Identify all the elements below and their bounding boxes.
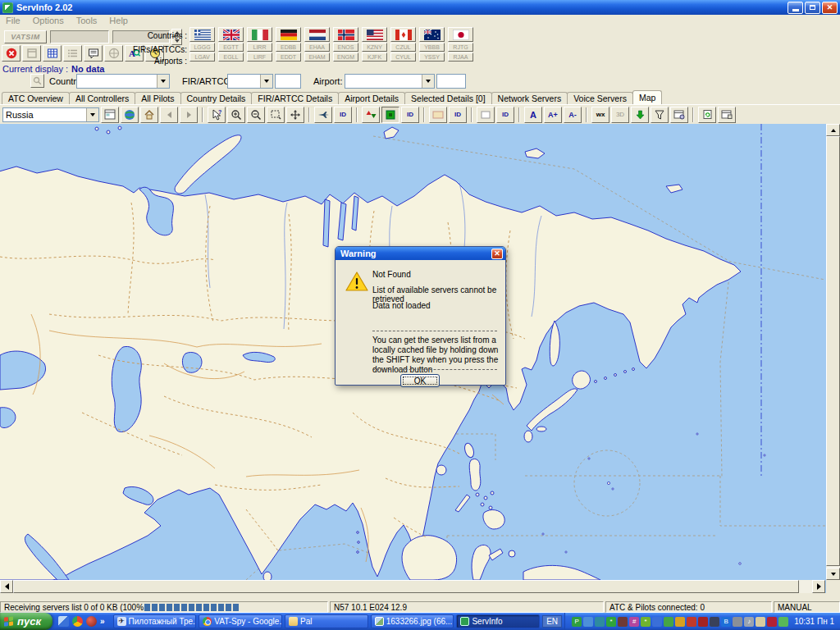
taskbar-button-chrome[interactable]: VAT-Spy - Google...	[199, 614, 282, 628]
download-button[interactable]	[631, 107, 649, 123]
font-increase-button[interactable]: A+	[544, 107, 562, 123]
threed-button[interactable]: 3D	[611, 107, 629, 123]
airport-shortcut-button[interactable]: KJFK	[362, 52, 387, 62]
flag-button-uk[interactable]	[218, 27, 244, 42]
pointer-info-button[interactable]: ?	[208, 107, 226, 123]
dialog-close-button[interactable]: ✕	[491, 249, 503, 259]
pilots-id-button[interactable]: ID	[334, 107, 352, 123]
menu-item-file[interactable]: File	[6, 16, 21, 25]
taskbar-clock[interactable]: 10:31 Пн 1	[794, 617, 834, 626]
tray-icon-2[interactable]	[583, 617, 593, 627]
title-bar[interactable]: ServInfo 2.02 ✕	[0, 0, 840, 15]
fir-select[interactable]	[227, 74, 273, 89]
tray-icon-10[interactable]	[675, 617, 685, 627]
scroll-up-button[interactable]	[826, 124, 840, 136]
tray-icon-13[interactable]	[710, 617, 719, 627]
home-view-button[interactable]	[140, 107, 158, 123]
airport-shortcut-button[interactable]: RJAA	[448, 52, 473, 62]
zoom-out-button[interactable]	[247, 107, 265, 123]
tray-icon-9[interactable]	[664, 617, 673, 627]
tab-country-details[interactable]: Country Details	[180, 92, 253, 104]
reload-button[interactable]	[698, 107, 716, 123]
pilots-climb-descend-button[interactable]	[362, 107, 380, 123]
flag-button-italy[interactable]	[247, 27, 272, 42]
airport-shortcut-button[interactable]: LGAV	[189, 52, 215, 62]
map-vertical-scrollbar[interactable]	[826, 124, 840, 580]
airport-select[interactable]	[345, 74, 435, 89]
tray-icon-17[interactable]	[756, 617, 765, 627]
fir-shortcut-button[interactable]: LIRR	[247, 43, 272, 52]
tab-airport-details[interactable]: Airport Details	[338, 92, 405, 104]
tray-icon-4[interactable]: *	[606, 617, 616, 627]
scroll-down-button[interactable]	[826, 568, 840, 580]
font-button[interactable]: A	[524, 107, 542, 123]
flag-button-japan[interactable]	[448, 27, 473, 42]
tray-icon-3[interactable]	[595, 617, 605, 627]
table-view-button[interactable]	[43, 45, 62, 62]
close-button[interactable]: ✕	[822, 2, 838, 14]
tab-all-pilots[interactable]: All Pilots	[135, 92, 180, 104]
font-decrease-button[interactable]: A-	[564, 107, 582, 123]
airport-shortcut-button[interactable]: LIRF	[247, 52, 272, 62]
comment-button[interactable]	[84, 45, 103, 62]
tab-network-servers[interactable]: Network Servers	[491, 92, 568, 104]
tray-icon-16[interactable]: ♪	[744, 617, 754, 627]
fir-shortcut-button[interactable]: EGTT	[218, 43, 244, 52]
locate-button[interactable]	[30, 74, 44, 88]
filter-button[interactable]	[651, 107, 669, 123]
airport-code-input[interactable]	[436, 74, 466, 89]
menu-item-options[interactable]: Options	[33, 16, 64, 25]
country-select[interactable]	[76, 74, 170, 89]
fir-shortcut-button[interactable]: EHAA	[304, 43, 330, 52]
flag-button-usa[interactable]	[362, 27, 387, 42]
airport-shortcut-button[interactable]: CYUL	[390, 52, 416, 62]
taskbar-button-airplane[interactable]: ✈Пилотажный Тре...	[113, 614, 197, 628]
show-atc-button[interactable]	[381, 107, 399, 123]
tray-icon-12[interactable]	[698, 617, 708, 627]
network-field-1[interactable]	[50, 30, 109, 43]
quick-launch-overflow-chevron[interactable]: »	[100, 617, 105, 626]
flag-button-australia[interactable]	[419, 27, 445, 42]
card-view-button[interactable]	[22, 45, 41, 62]
fir-shortcut-button[interactable]: ENOS	[333, 43, 358, 52]
scroll-right-button[interactable]	[812, 580, 825, 593]
tray-icon-7[interactable]: *	[641, 617, 651, 627]
map-settings-button[interactable]	[670, 107, 688, 123]
globe-button[interactable]	[121, 107, 139, 123]
map-view-options-button[interactable]	[101, 107, 119, 123]
tray-icon-1[interactable]: P	[572, 617, 582, 627]
restore-button[interactable]	[805, 2, 820, 14]
flag-button-germany[interactable]	[276, 27, 301, 42]
airport-shortcut-button[interactable]: EGLL	[218, 52, 244, 62]
flag-button-canada[interactable]	[390, 27, 416, 42]
language-indicator[interactable]: EN	[542, 615, 562, 628]
tray-icon-18[interactable]	[767, 617, 777, 627]
pan-button[interactable]	[286, 107, 304, 123]
globe-small-button[interactable]	[104, 45, 123, 62]
zoom-area-button[interactable]	[267, 107, 285, 123]
vertical-scroll-thumb[interactable]	[826, 136, 840, 566]
fir-shortcut-button[interactable]: CZUL	[390, 43, 416, 52]
dialog-title-bar[interactable]: Warning ✕	[336, 247, 505, 260]
flag-button-norway[interactable]	[333, 27, 358, 42]
tray-icon-15[interactable]	[733, 617, 742, 627]
browser-icon[interactable]	[72, 616, 83, 627]
tab-fir-artcc-details[interactable]: FIR/ARTCC Details	[251, 92, 339, 104]
tab-voice-servers[interactable]: Voice Servers	[567, 92, 633, 104]
vatsim-logo-button[interactable]: VATSIM	[4, 30, 47, 43]
show-pilots-button[interactable]	[314, 107, 332, 123]
fir-shortcut-button[interactable]: LGGG	[189, 43, 215, 52]
airport-shortcut-button[interactable]: EDDT	[276, 52, 301, 62]
start-button[interactable]: пуск	[0, 613, 52, 630]
weather-button[interactable]: wx	[591, 107, 609, 123]
tab-selected-details-0-[interactable]: Selected Details [0]	[404, 92, 491, 104]
flag-button-greece[interactable]	[189, 27, 215, 42]
minimize-button[interactable]	[788, 2, 803, 14]
taskbar-button-image[interactable]: 1633266.jpg (66...	[371, 614, 454, 628]
ok-button[interactable]: OK	[400, 374, 440, 387]
fir-shortcut-button[interactable]: EDBB	[276, 43, 301, 52]
airport-shortcut-button[interactable]: EHAM	[304, 52, 330, 62]
tray-icon-5[interactable]	[618, 617, 628, 627]
flag-button-netherlands[interactable]	[304, 27, 330, 42]
back-button[interactable]	[160, 107, 178, 123]
